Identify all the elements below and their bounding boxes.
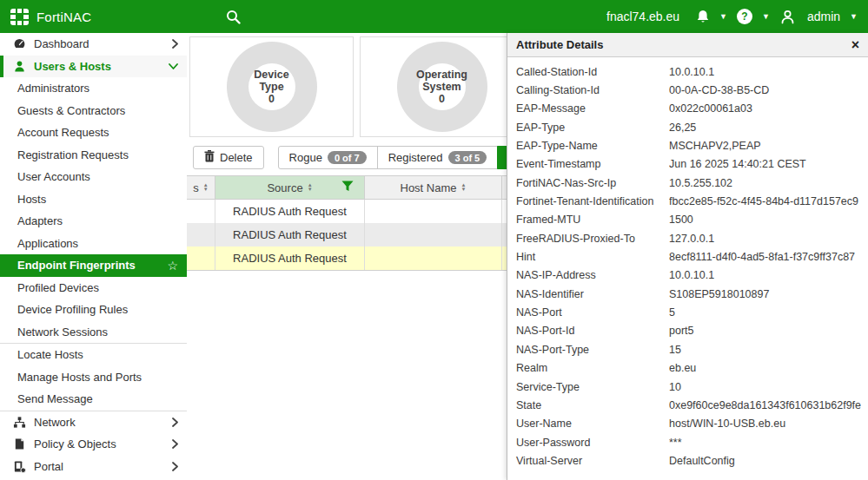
sidebar-item-network[interactable]: Network <box>0 411 187 434</box>
donut-value: 0 <box>439 93 445 105</box>
attribute-name: Realm <box>507 362 669 374</box>
admin-username[interactable]: admin <box>807 10 840 23</box>
sidebar-item-label: Profiled Devices <box>17 281 99 294</box>
sidebar: Dashboard Users & Hosts Administrators G… <box>0 33 188 480</box>
sidebar-item-label: Guests & Contractors <box>17 104 125 117</box>
registered-filter-button[interactable]: Registered 3 of 5 <box>377 146 499 169</box>
sidebar-item-administrators[interactable]: Administrators <box>0 77 187 100</box>
column-header-clipped[interactable]: s ▲▼ <box>187 176 215 200</box>
column-label: Host Name <box>401 181 457 194</box>
delete-label: Delete <box>220 151 253 164</box>
admin-caret-icon[interactable]: ▼ <box>850 12 858 21</box>
sidebar-item-adapters[interactable]: Adapters <box>0 210 187 233</box>
sidebar-item-account-requests[interactable]: Account Requests <box>0 122 187 144</box>
sidebar-item-user-accounts[interactable]: User Accounts <box>0 166 187 188</box>
attribute-row: Realmeb.eu <box>507 359 868 378</box>
sidebar-item-locate-hosts[interactable]: Locate Hosts <box>0 344 187 366</box>
dashboard-icon <box>12 37 26 51</box>
sidebar-item-policy-objects[interactable]: Policy & Objects <box>0 433 187 456</box>
source-cell: RADIUS Auth Request <box>215 200 365 223</box>
host-name-cell <box>365 247 502 270</box>
sidebar-item-dashboard[interactable]: Dashboard <box>0 33 187 56</box>
attribute-row: Service-Type10 <box>507 378 868 396</box>
sort-icon: ▲▼ <box>308 183 313 192</box>
sidebar-item-label: Administrators <box>17 82 89 95</box>
column-label: Source <box>267 181 302 194</box>
sort-icon: ▲▼ <box>203 183 209 192</box>
close-icon[interactable]: × <box>851 38 859 52</box>
attribute-value: S108EP5918010897 <box>669 288 868 300</box>
attribute-value: 10.0.10.1 <box>669 66 868 78</box>
attribute-row: FortiNAC-Nas-Src-Ip10.5.255.102 <box>507 174 868 192</box>
attribute-value: 26,25 <box>669 122 868 134</box>
sidebar-item-label: Network Sessions <box>17 325 108 339</box>
attribute-value: *** <box>669 437 868 449</box>
source-cell: RADIUS Auth Request <box>215 223 365 247</box>
attribute-name: NAS-IP-Address <box>507 269 669 281</box>
sidebar-item-label: User Accounts <box>17 170 90 183</box>
delete-button[interactable]: Delete <box>193 146 264 169</box>
policy-objects-icon <box>12 437 26 451</box>
sidebar-item-manage-hosts-ports[interactable]: Manage Hosts and Ports <box>0 366 187 389</box>
column-header-source[interactable]: Source ▲▼ <box>215 176 365 200</box>
search-icon[interactable] <box>226 10 241 24</box>
attribute-list: Called-Station-Id10.0.10.1 Calling-Stati… <box>507 57 868 470</box>
attribute-row: User-Namehost/WIN-10-USB.eb.eu <box>507 415 868 433</box>
trash-icon <box>204 150 215 165</box>
sidebar-item-label: Hosts <box>17 193 46 206</box>
attribute-name: Virtual-Server <box>507 455 669 467</box>
filter-funnel-icon[interactable] <box>341 181 354 194</box>
sidebar-item-endpoint-fingerprints[interactable]: Endpoint Fingerprints ☆ <box>0 254 187 277</box>
help-icon[interactable]: ? <box>737 9 752 24</box>
admin-user-icon[interactable] <box>779 9 796 25</box>
star-icon[interactable]: ☆ <box>167 259 178 273</box>
column-label: s <box>193 181 199 194</box>
menu-icon[interactable] <box>193 11 208 22</box>
registered-label: Registered <box>388 151 443 164</box>
sidebar-item-guests-contractors[interactable]: Guests & Contractors <box>0 100 187 122</box>
sidebar-item-send-message[interactable]: Send Message <box>0 388 187 411</box>
brand: FortiNAC <box>0 9 91 25</box>
sidebar-item-label: Device Profiling Rules <box>17 303 128 316</box>
attribute-row: EAP-Type-NameMSCHAPV2,PEAP <box>507 136 868 155</box>
network-icon <box>12 415 26 429</box>
donut-title: Operating <box>416 69 467 81</box>
attribute-row: User-Password*** <box>507 433 868 451</box>
rogue-label: Rogue <box>289 151 322 164</box>
attribute-row: NAS-IP-Address10.0.10.1 <box>507 266 868 285</box>
sidebar-item-network-sessions[interactable]: Network Sessions <box>0 321 187 344</box>
attribute-value: 0x022c00061a03 <box>669 102 868 115</box>
sidebar-item-label: Dashboard <box>34 37 89 50</box>
bell-icon[interactable] <box>696 10 710 24</box>
sidebar-item-label: Portal <box>34 460 63 473</box>
hostname: fnacl74.eb.eu <box>606 10 679 23</box>
sidebar-item-users-hosts[interactable]: Users & Hosts <box>0 56 187 78</box>
chevron-right-icon <box>172 462 178 471</box>
donut-value: 0 <box>268 93 275 105</box>
sidebar-item-portal[interactable]: Portal <box>0 456 187 478</box>
attribute-row: FreeRADIUS-Proxied-To127.0.0.1 <box>507 229 868 247</box>
rogue-filter-button[interactable]: Rogue 0 of 7 <box>278 146 378 169</box>
attribute-name: NAS-Port-Type <box>507 344 669 356</box>
donut-title: Type <box>259 81 283 93</box>
sidebar-item-hosts[interactable]: Hosts <box>0 188 187 211</box>
sidebar-item-registration-requests[interactable]: Registration Requests <box>0 144 187 167</box>
sidebar-item-profiled-devices[interactable]: Profiled Devices <box>0 277 187 299</box>
attribute-value: port5 <box>669 325 868 337</box>
top-bar: FortiNAC fnacl74.eb.eu ▼ ? ▼ admin ▼ <box>0 0 868 33</box>
help-caret-icon[interactable]: ▼ <box>762 12 770 21</box>
sidebar-item-label: Network <box>34 416 76 429</box>
attribute-name: FreeRADIUS-Proxied-To <box>507 233 669 245</box>
fortinet-logo-icon <box>10 9 29 25</box>
attribute-value: 10.5.255.102 <box>669 177 868 189</box>
bell-caret-icon[interactable]: ▼ <box>719 12 727 21</box>
sidebar-item-label: Users & Hosts <box>34 60 111 73</box>
attribute-name: Framed-MTU <box>507 214 669 226</box>
sidebar-item-applications[interactable]: Applications <box>0 233 187 255</box>
source-cell: RADIUS Auth Request <box>215 247 365 270</box>
chevron-down-icon <box>169 63 178 69</box>
sidebar-item-device-profiling-rules[interactable]: Device Profiling Rules <box>0 299 187 321</box>
column-header-host-name[interactable]: Host Name ▲▼ <box>365 176 502 200</box>
sort-icon: ▲▼ <box>461 183 467 192</box>
attribute-name: User-Password <box>507 437 669 449</box>
